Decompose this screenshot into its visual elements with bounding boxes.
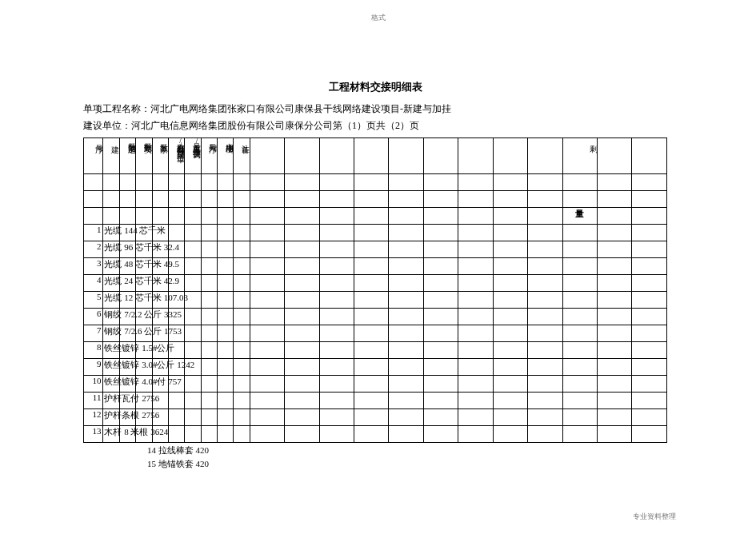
table-row: 13木杆 8 米根 3624 [84, 425, 667, 442]
row-material-text: 光缆 12 芯千米 107.03 [104, 292, 188, 304]
page-footer-label: 专业资料整理 [633, 512, 676, 522]
table-row: 4光缆 24 芯千米 42.9 [84, 274, 667, 291]
row-material-text: 木杆 8 米根 3624 [104, 426, 168, 438]
row-material-text: 铁丝镀锌 3.0#公斤 1242 [104, 359, 194, 371]
row-material-text: 钢绞 7/2.6 公斤 1753 [104, 325, 182, 337]
table-row: 9铁丝镀锌 3.0#公斤 1242 [84, 358, 667, 375]
row-index: 13 [84, 425, 103, 442]
col-material: 材料名称/规格型号/单位 [168, 137, 184, 173]
row-material-cell: 铁丝镀锌 4.0#付 757 [103, 375, 119, 392]
table-row: 7钢绞 7/2.6 公斤 1753 [84, 325, 667, 341]
col-location: 使用地点 [217, 137, 233, 173]
row-index: 8 [84, 341, 103, 358]
unit-value: 河北广电信息网络集团股份有限公司康保分公司第（1）页共（2）页 [131, 120, 419, 131]
table-row: 1光缆 144 芯千米 [84, 224, 667, 241]
row-index: 10 [84, 375, 103, 392]
col-shen: 剩 [562, 137, 597, 173]
row-material-text: 铁丝镀锌 1.5#公斤 [104, 342, 174, 354]
row-index: 6 [84, 308, 103, 325]
table-row: 5光缆 12 芯千米 107.03 [84, 291, 667, 308]
table-row [84, 190, 667, 207]
document-content: 工程材料交接明细表 单项工程名称：河北广电网络集团张家口有限公司康保县干线网络建… [83, 80, 667, 470]
row-index: 11 [84, 392, 103, 408]
row-index: 5 [84, 291, 103, 308]
row-index: 2 [84, 241, 103, 257]
row-material-text: 铁丝镀锌 4.0#付 757 [104, 376, 181, 388]
unit-line: 建设单位：河北广电信息网络集团股份有限公司康保分公司第（1）页共（2）页 [83, 119, 667, 133]
table-row: 3光缆 48 芯千米 49.5 [84, 257, 667, 274]
overflow-row: 15 地锚铁套 420 [91, 458, 667, 470]
table-row: 11护杆瓦付 2756 [84, 392, 667, 408]
row-material-text: 光缆 96 芯千米 32.4 [104, 241, 179, 253]
row-material-text: 光缆 144 芯千米 [104, 225, 166, 237]
row-material-cell: 钢绞 7/2.2 公斤 3325 [103, 308, 119, 325]
col-liang: 量 [562, 207, 597, 224]
table-row: 2光缆 96 芯千米 32.4 [84, 241, 667, 257]
project-label: 单项工程名称： [83, 103, 150, 114]
row-material-text: 护杆瓦付 2756 [104, 393, 159, 404]
table-row: 12护杆条根 2756 [84, 408, 667, 425]
row-material-cell: 护杆瓦付 2756 [103, 392, 119, 408]
unit-label: 建设单位： [83, 120, 131, 131]
col-index: 序号 [84, 137, 103, 173]
row-material-cell: 钢绞 7/2.6 公斤 1753 [103, 325, 119, 341]
row-material-cell: 铁丝镀锌 3.0#公斤 1242 [103, 358, 119, 375]
row-material-cell: 光缆 12 芯千米 107.03 [103, 291, 119, 308]
col-remain-qty: 余数量 [152, 137, 168, 173]
row-material-cell: 铁丝镀锌 1.5#公斤 [103, 341, 119, 358]
row-index: 12 [84, 408, 103, 425]
row-material-cell: 护杆条根 2756 [103, 408, 119, 425]
row-index: 9 [84, 358, 103, 375]
row-material-cell: 光缆 48 芯千米 49.5 [103, 257, 119, 274]
col-remark: 备注 [234, 137, 250, 173]
project-value: 河北广电网络集团张家口有限公司康保县干线网络建设项目-新建与加挂 [150, 103, 451, 114]
table-row [84, 173, 667, 190]
table-row: 10铁丝镀锌 4.0#付 757 [84, 375, 667, 392]
row-material-cell: 木杆 8 米根 3624 [103, 425, 119, 442]
table-header-row: 序号 建 追加数量 实到数量 余数量 材料名称/规格型号/单位 出库单号/调拨单… [84, 137, 667, 173]
row-index: 4 [84, 274, 103, 291]
row-index: 7 [84, 325, 103, 341]
col-add-qty: 追加数量 [119, 137, 135, 173]
row-index: 1 [84, 224, 103, 241]
overflow-row: 14 拉线棒套 420 [91, 444, 667, 456]
row-index: 3 [84, 257, 103, 274]
row-material-cell: 光缆 144 芯千米 [103, 224, 119, 241]
project-line: 单项工程名称：河北广电网络集团张家口有限公司康保县干线网络建设项目-新建与加挂 [83, 102, 667, 116]
col-actual-qty: 实到数量 [136, 137, 152, 173]
table-row: 量 [84, 207, 667, 224]
row-material-text: 光缆 24 芯千米 42.9 [104, 275, 179, 287]
material-table: 序号 建 追加数量 实到数量 余数量 材料名称/规格型号/单位 出库单号/调拨单… [83, 137, 667, 443]
row-material-text: 护杆条根 2756 [104, 409, 159, 421]
col-build: 建 [103, 137, 119, 173]
page-header-label: 格式 [371, 13, 386, 23]
table-row: 8铁丝镀锌 1.5#公斤 [84, 341, 667, 358]
col-serial: 序列号 [201, 137, 217, 173]
row-material-text: 钢绞 7/2.2 公斤 3325 [104, 309, 182, 321]
row-material-cell: 光缆 96 芯千米 32.4 [103, 241, 119, 257]
row-material-text: 光缆 48 芯千米 49.5 [104, 258, 179, 270]
doc-title: 工程材料交接明细表 [83, 80, 667, 94]
row-material-cell: 光缆 24 芯千米 42.9 [103, 274, 119, 291]
table-row: 6钢绞 7/2.2 公斤 3325 [84, 308, 667, 325]
col-out-order: 出库单号/调拨单号 [185, 137, 201, 173]
